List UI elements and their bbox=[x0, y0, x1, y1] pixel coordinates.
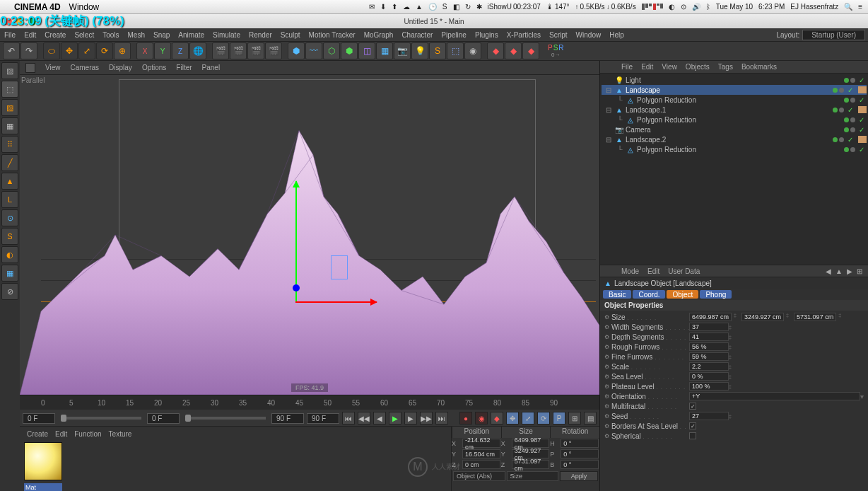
am-value-field[interactable]: 5731.097 cm bbox=[794, 313, 836, 321]
play-button[interactable]: ▶ bbox=[389, 412, 401, 424]
key-sel[interactable]: ◆ bbox=[491, 412, 503, 424]
end-frame-field[interactable] bbox=[271, 413, 304, 424]
end-frame-field2[interactable] bbox=[307, 413, 339, 424]
om-item[interactable]: └◬Polygon Reduction✓ bbox=[602, 144, 867, 154]
pos-key[interactable]: ✥ bbox=[506, 412, 519, 424]
coord-size-field[interactable]: 5731.097 cm bbox=[512, 460, 550, 469]
volume-icon[interactable]: 🔊 bbox=[692, 3, 700, 11]
menu-snap[interactable]: Snap bbox=[153, 31, 170, 39]
mograph-tool[interactable]: ⬚ bbox=[447, 42, 464, 59]
record-key[interactable]: ● bbox=[459, 412, 472, 424]
coord-rot-field[interactable]: 0 ° bbox=[561, 439, 599, 448]
status-icon[interactable]: ◐ bbox=[669, 3, 675, 11]
menu-tools[interactable]: Tools bbox=[102, 31, 119, 39]
om-menu-tags[interactable]: Tags bbox=[718, 63, 733, 71]
menu-xparticles[interactable]: X-Particles bbox=[507, 31, 541, 39]
menu-select[interactable]: Select bbox=[74, 31, 94, 39]
generator2-tool[interactable]: ⬢ bbox=[341, 42, 358, 59]
om-menu-file[interactable]: File bbox=[621, 63, 633, 71]
psr-indicator[interactable]: PSR 0→ bbox=[548, 44, 564, 58]
redo-button[interactable]: ↷ bbox=[20, 42, 37, 59]
menu-character[interactable]: Character bbox=[401, 31, 433, 39]
coord-size-mode[interactable]: Size bbox=[507, 471, 559, 481]
material-swatch[interactable] bbox=[24, 442, 62, 480]
menu-window[interactable]: Window bbox=[576, 31, 602, 39]
coord-pos-field[interactable]: 0 cm bbox=[462, 460, 500, 469]
om-menu-bookmarks[interactable]: Bookmarks bbox=[741, 63, 777, 71]
menubar-time[interactable]: 6:23 PM bbox=[758, 3, 785, 11]
bluetooth-icon[interactable]: ᛒ bbox=[706, 3, 710, 11]
dope-sheet[interactable]: ▤ bbox=[584, 412, 597, 424]
recent-tool[interactable]: ⊕ bbox=[114, 42, 131, 59]
axis-z-toggle[interactable]: Z bbox=[172, 42, 189, 59]
notification-icon[interactable]: ≡ bbox=[858, 3, 862, 11]
om-menu-objects[interactable]: Objects bbox=[686, 63, 710, 71]
vp-menu-options[interactable]: Options bbox=[142, 64, 166, 71]
menu-plugins[interactable]: Plugins bbox=[475, 31, 498, 39]
am-value-field[interactable]: 59 % bbox=[689, 352, 729, 361]
gizmo-x-axis[interactable] bbox=[295, 301, 377, 303]
point-mode[interactable]: ⠿ bbox=[1, 136, 18, 153]
menubar-user[interactable]: EJ Hassenfratz bbox=[790, 3, 838, 11]
om-item[interactable]: └◬Polygon Reduction✓ bbox=[602, 95, 867, 105]
am-menu-userdata[interactable]: User Data bbox=[668, 267, 700, 275]
workplane-mode[interactable]: ▦ bbox=[1, 117, 18, 134]
am-menu-mode[interactable]: Mode bbox=[621, 267, 639, 275]
keyframe-next[interactable]: ◆ bbox=[522, 42, 539, 59]
snap-toggle[interactable]: S bbox=[1, 228, 18, 245]
om-item[interactable]: ⊟▲Landscape.1✓ bbox=[602, 105, 867, 115]
rotate-tool[interactable]: ⟳ bbox=[96, 42, 113, 59]
scale-tool[interactable]: ⤢ bbox=[78, 42, 95, 59]
render-pv[interactable]: 🎬 bbox=[265, 42, 282, 59]
primitive-cube[interactable]: ⬢ bbox=[288, 42, 305, 59]
am-checkbox[interactable]: ✓ bbox=[689, 422, 696, 429]
mac-menu-window[interactable]: Window bbox=[69, 2, 100, 12]
next-frame[interactable]: ▶ bbox=[404, 412, 417, 424]
mat-menu-texture[interactable]: Texture bbox=[109, 430, 132, 438]
spline-tool[interactable]: 〰 bbox=[305, 42, 322, 59]
coord-system[interactable]: 🌐 bbox=[189, 42, 206, 59]
select-tool[interactable]: ⬭ bbox=[43, 42, 60, 59]
menu-script[interactable]: Script bbox=[549, 31, 568, 39]
render-view[interactable]: 🎬 bbox=[212, 42, 229, 59]
scale-key[interactable]: ⤢ bbox=[522, 412, 534, 424]
am-select[interactable]: +Y bbox=[689, 392, 860, 400]
am-nav-fwd[interactable]: ▶ bbox=[847, 267, 852, 275]
om-item[interactable]: ⊟▲Landscape✓ bbox=[602, 85, 867, 95]
tag-tool[interactable]: ◉ bbox=[464, 42, 481, 59]
axis-mode[interactable]: L bbox=[1, 191, 18, 208]
mat-menu-edit[interactable]: Edit bbox=[55, 430, 67, 438]
am-value-field[interactable]: 41 bbox=[689, 333, 729, 341]
vp-menu-display[interactable]: Display bbox=[109, 64, 132, 71]
coord-pos-field[interactable]: 16.504 cm bbox=[462, 449, 500, 458]
menu-motiontracker[interactable]: Motion Tracker bbox=[309, 31, 356, 39]
goto-start[interactable]: ⏮ bbox=[342, 412, 355, 424]
environment-tool[interactable]: ▦ bbox=[376, 42, 393, 59]
texture-mode[interactable]: ▨ bbox=[1, 99, 18, 116]
menu-pipeline[interactable]: Pipeline bbox=[441, 31, 467, 39]
axis-y-toggle[interactable]: Y bbox=[154, 42, 171, 59]
locked-workplane[interactable]: ▦ bbox=[1, 265, 18, 282]
om-item[interactable]: 💡Light✓ bbox=[602, 75, 867, 85]
menu-mesh[interactable]: Mesh bbox=[128, 31, 145, 39]
param-key[interactable]: P bbox=[553, 412, 565, 424]
am-value-field[interactable]: 2.2 bbox=[689, 362, 729, 371]
workplane-toggle[interactable]: ◐ bbox=[1, 246, 18, 263]
deformer-tool[interactable]: ◫ bbox=[358, 42, 375, 59]
am-value-field[interactable]: 100 % bbox=[689, 382, 729, 391]
material-name[interactable]: Mat bbox=[24, 483, 62, 491]
coord-mode-select[interactable]: Object (Abs) bbox=[453, 471, 505, 481]
am-tab-object[interactable]: Object bbox=[667, 290, 698, 299]
prev-key[interactable]: ◀◀ bbox=[358, 412, 370, 424]
goto-end[interactable]: ⏭ bbox=[435, 412, 448, 424]
vp-menu-cameras[interactable]: Cameras bbox=[71, 64, 100, 71]
om-menu-edit[interactable]: Edit bbox=[641, 63, 653, 71]
render-settings[interactable]: 🎬 bbox=[247, 42, 264, 59]
menu-animate[interactable]: Animate bbox=[178, 31, 204, 39]
am-value-field[interactable]: 37 bbox=[689, 323, 729, 331]
pla-key[interactable]: ⊞ bbox=[568, 412, 581, 424]
om-item[interactable]: ⊟▲Landscape.2✓ bbox=[602, 134, 867, 144]
wifi-icon[interactable]: ⊙ bbox=[681, 3, 686, 11]
menu-sculpt[interactable]: Sculpt bbox=[281, 31, 300, 39]
spotlight-icon[interactable]: 🔍 bbox=[844, 3, 852, 11]
